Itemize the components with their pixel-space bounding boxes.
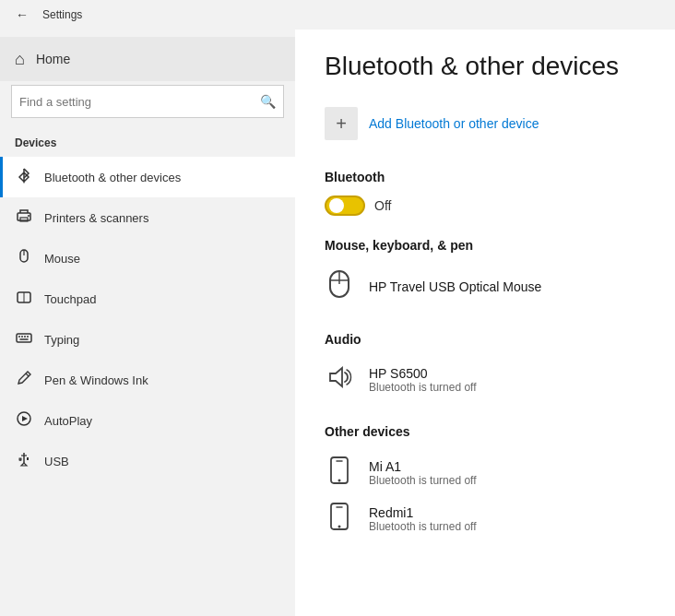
sidebar-item-pen[interactable]: Pen & Windows Ink (0, 360, 295, 400)
redmi1-device-name: Redmi1 (369, 505, 477, 520)
sidebar-item-bluetooth[interactable]: Bluetooth & other devices (0, 157, 295, 197)
search-icon: 🔍 (260, 94, 276, 109)
other-devices-section: Other devices Mi A1 Bluetooth is turned … (325, 424, 645, 542)
plus-icon: + (336, 113, 347, 135)
mouse-device-info: HP Travel USB Optical Mouse (369, 279, 541, 294)
sidebar-item-usb[interactable]: USB (0, 441, 295, 481)
mouse-section-heading: Mouse, keyboard, & pen (325, 238, 645, 253)
sidebar-item-touchpad[interactable]: Touchpad (0, 278, 295, 319)
svg-marker-22 (330, 368, 342, 386)
mia1-device-info: Mi A1 Bluetooth is turned off (369, 459, 477, 487)
sidebar-item-mouse[interactable]: Mouse (0, 238, 295, 278)
add-device-icon: + (325, 107, 358, 140)
redmi1-device-status: Bluetooth is turned off (369, 520, 477, 533)
bluetooth-heading: Bluetooth (325, 170, 645, 184)
sidebar-item-typing-label: Typing (44, 333, 79, 347)
audio-section: Audio HP S6500 Bluetooth is turned off (325, 332, 645, 402)
bluetooth-section: Bluetooth Off (325, 170, 645, 216)
svg-point-25 (338, 480, 341, 482)
sidebar-item-autoplay[interactable]: AutoPlay (0, 400, 295, 441)
bluetooth-icon (15, 166, 33, 189)
sidebar-item-home[interactable]: ⌂ Home (0, 37, 295, 81)
mouse-icon (15, 247, 33, 270)
svg-point-2 (28, 215, 30, 217)
page-title: Bluetooth & other devices (325, 52, 645, 81)
bluetooth-toggle-row: Off (325, 195, 645, 216)
mouse-section: Mouse, keyboard, & pen HP Travel USB Opt… (325, 238, 645, 310)
sidebar-item-touchpad-label: Touchpad (44, 292, 96, 306)
svg-rect-0 (18, 213, 30, 220)
sidebar-item-usb-label: USB (44, 455, 69, 468)
list-item: Mi A1 Bluetooth is turned off (325, 450, 645, 496)
toggle-knob (329, 198, 344, 213)
keyboard-icon (15, 328, 33, 351)
back-button[interactable]: ← (11, 4, 33, 26)
list-item: HP Travel USB Optical Mouse (325, 264, 645, 310)
sidebar: ⌂ Home 🔍 Devices Bluetooth & other devic… (0, 30, 295, 616)
sidebar-item-typing[interactable]: Typing (0, 319, 295, 360)
content-area: Bluetooth & other devices + Add Bluetoot… (295, 30, 675, 616)
printer-icon (15, 207, 33, 230)
touchpad-icon (15, 288, 33, 311)
phone-icon-redmi1 (325, 502, 354, 537)
redmi1-device-info: Redmi1 Bluetooth is turned off (369, 505, 477, 533)
add-device-label: Add Bluetooth or other device (369, 116, 539, 131)
sidebar-item-autoplay-label: AutoPlay (44, 414, 92, 428)
bluetooth-toggle[interactable] (325, 195, 365, 216)
add-device-button[interactable]: + Add Bluetooth or other device (325, 100, 645, 148)
mia1-device-status: Bluetooth is turned off (369, 474, 477, 487)
pen-icon (15, 369, 33, 392)
phone-icon-mia1 (325, 456, 354, 491)
search-input[interactable] (19, 95, 260, 109)
search-box: 🔍 (11, 85, 284, 118)
svg-point-28 (338, 526, 341, 528)
mouse-device-icon (325, 269, 354, 304)
usb-icon (15, 450, 33, 473)
other-devices-heading: Other devices (325, 424, 645, 439)
home-icon: ⌂ (15, 50, 25, 69)
home-label: Home (36, 52, 70, 66)
sidebar-item-mouse-label: Mouse (44, 252, 80, 266)
speaker-icon (325, 363, 354, 397)
sidebar-item-printers-label: Printers & scanners (44, 211, 148, 225)
devices-section-label: Devices (0, 133, 295, 157)
mia1-device-name: Mi A1 (369, 459, 477, 474)
sidebar-item-bluetooth-label: Bluetooth & other devices (44, 171, 181, 184)
sidebar-item-printers[interactable]: Printers & scanners (0, 197, 295, 238)
svg-marker-13 (22, 416, 28, 421)
bluetooth-toggle-label: Off (374, 198, 391, 213)
autoplay-icon (15, 409, 33, 432)
audio-device-info: HP S6500 Bluetooth is turned off (369, 366, 477, 394)
list-item: HP S6500 Bluetooth is turned off (325, 358, 645, 402)
svg-rect-6 (17, 334, 31, 342)
audio-device-status: Bluetooth is turned off (369, 381, 477, 394)
list-item: Redmi1 Bluetooth is turned off (325, 496, 645, 542)
titlebar: ← Settings (0, 0, 675, 30)
audio-device-name: HP S6500 (369, 366, 477, 381)
mouse-device-name: HP Travel USB Optical Mouse (369, 279, 541, 294)
svg-rect-17 (27, 457, 29, 460)
audio-heading: Audio (325, 332, 645, 347)
sidebar-item-pen-label: Pen & Windows Ink (44, 373, 148, 387)
main-layout: ⌂ Home 🔍 Devices Bluetooth & other devic… (0, 30, 675, 616)
titlebar-title: Settings (42, 8, 82, 21)
